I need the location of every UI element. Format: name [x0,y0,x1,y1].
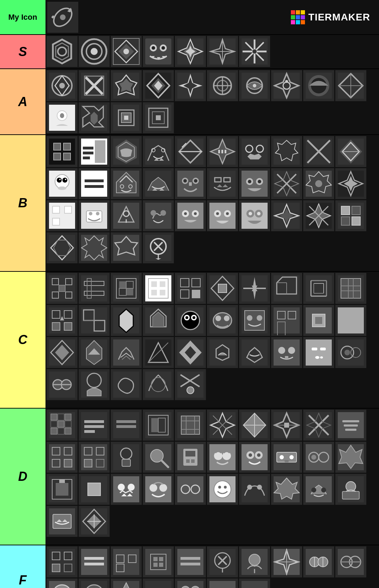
tier-a-label: A [0,69,45,134]
tier-f-icon-6 [207,546,238,577]
tier-row-d: D [0,408,379,545]
tier-b-icon-32 [79,232,110,263]
tier-f-icon-16 [207,578,238,588]
svg-rect-420 [209,444,236,470]
svg-point-130 [57,178,62,183]
tier-c-icon-8 [271,273,302,304]
tier-c-icon-28 [271,337,302,368]
svg-rect-88 [156,115,161,120]
tier-s-icon-6 [207,36,238,67]
svg-point-459 [218,486,221,489]
tier-b-icon-9 [303,136,334,167]
tier-d-icon-31 [47,506,78,537]
svg-rect-397 [344,424,358,427]
svg-point-447 [128,484,135,491]
svg-point-300 [224,316,230,321]
tier-a-icon-1 [47,70,78,101]
tier-f-icon-1 [47,546,78,577]
svg-rect-450 [145,476,171,502]
svg-rect-119 [274,139,300,165]
tier-d-icon-3 [111,410,142,441]
logo-cell-5 [296,15,300,19]
tier-s-icon-4 [143,36,174,67]
tier-d-icon-25 [175,474,206,505]
tier-b-icon-17 [239,168,270,199]
tier-c-label: C [0,272,45,408]
svg-point-426 [249,453,252,457]
svg-rect-151 [209,171,236,197]
svg-rect-441 [56,483,68,496]
tier-c-icon-14 [143,305,174,336]
svg-rect-280 [64,323,72,330]
tier-f-icon-12 [79,578,110,588]
svg-rect-365 [84,430,95,433]
svg-point-458 [214,481,231,498]
svg-point-189 [194,212,197,215]
tier-d-icon-7 [239,410,270,441]
svg-rect-473 [53,514,71,528]
svg-rect-488 [84,563,104,565]
tier-f-icon-3 [111,546,142,577]
tier-d-icon-28 [271,474,302,505]
tier-c-icon-4 [143,273,174,304]
svg-rect-368 [116,425,136,428]
svg-rect-411 [122,459,130,466]
svg-rect-501 [181,563,200,565]
tier-s-icon-7 [239,36,270,67]
tier-b-icon-19 [303,168,334,199]
tier-b-icon-21 [47,200,78,231]
svg-rect-115 [225,150,226,153]
tier-f-icon-9 [303,546,334,577]
tier-b-icon-27 [239,200,270,231]
svg-rect-95 [83,147,93,149]
svg-point-194 [226,212,229,215]
svg-rect-445 [113,476,139,502]
tier-d-icon-19 [303,442,334,473]
svg-point-184 [160,210,166,216]
tier-c-icon-31 [47,369,78,400]
svg-rect-98 [95,140,105,163]
tier-c-content [45,272,379,408]
logo-cell-4 [291,15,295,19]
tier-b-icon-7 [239,136,270,167]
logo-cell-6 [301,15,305,19]
svg-point-436 [311,455,316,460]
svg-rect-331 [312,348,317,350]
tier-row-s: S [0,34,379,68]
logo-cell-2 [296,10,300,14]
tier-c-icon-1 [47,273,78,304]
svg-rect-237 [119,281,126,288]
tier-f-label: F [0,545,45,588]
svg-rect-398 [345,429,356,431]
svg-rect-246 [160,290,165,295]
tier-b-icon-23 [111,200,142,231]
svg-rect-185 [177,203,203,229]
svg-rect-367 [116,420,136,423]
tier-f-icon-14 [143,578,174,588]
tier-a-icon-9 [303,70,334,101]
tier-d-icon-20 [335,442,366,473]
svg-point-451 [149,484,157,492]
svg-rect-500 [181,557,200,560]
svg-rect-471 [342,491,359,499]
svg-point-159 [248,180,251,183]
tier-a-icon-6 [207,70,238,101]
svg-point-328 [288,347,295,354]
svg-point-446 [118,484,125,491]
svg-rect-330 [306,339,332,366]
tier-s-icon-1 [47,36,78,67]
tier-d-icon-13 [111,442,142,473]
tier-b-icon-3 [111,136,142,167]
tier-d-icon-21 [47,474,78,505]
tier-d-icon-16 [207,442,238,473]
tier-d-icon-24 [143,474,174,505]
svg-rect-231 [81,275,107,301]
svg-point-188 [184,212,187,215]
tier-d-icon-22 [79,474,110,505]
tier-b-icon-29 [303,200,334,231]
svg-rect-444 [88,483,100,496]
svg-rect-261 [306,275,332,301]
tier-b-icon-5 [175,136,206,167]
svg-point-292 [181,311,200,330]
tier-a-icon-11 [47,102,78,133]
